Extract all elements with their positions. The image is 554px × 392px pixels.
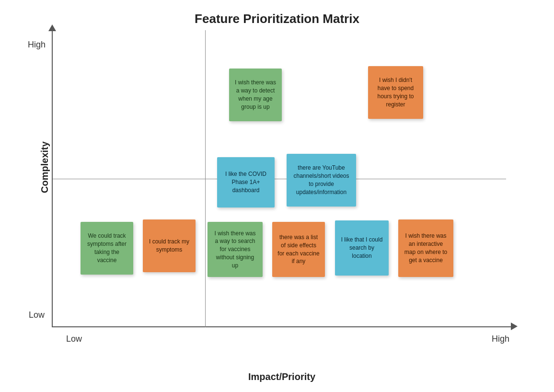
- high-x-label: High: [492, 334, 509, 344]
- sticky-note-note1: I wish there was a way to detect when my…: [229, 69, 282, 121]
- chart-area: Complexity Impact/Priority High Low Low …: [52, 30, 512, 356]
- sticky-note-note2: I wish I didn't have to spend hours tryi…: [368, 66, 423, 119]
- sticky-note-note10: I wish there was an interactive map on w…: [398, 219, 453, 277]
- sticky-note-note3: I like the COVID Phase 1A+ dashboard: [217, 157, 275, 208]
- high-y-label: High: [28, 40, 46, 50]
- sticky-note-note9: I like that I could search by location: [335, 220, 389, 276]
- chart-container: Feature Prioritization Matrix Complexity…: [13, 7, 541, 385]
- sticky-note-note7: I wish there was a way to search for vac…: [208, 222, 263, 277]
- x-axis: [52, 326, 512, 327]
- impact-label: Impact/Priority: [248, 371, 315, 382]
- x-axis-arrow: [511, 323, 518, 330]
- low-y-label: Low: [29, 310, 45, 320]
- v-divider: [205, 30, 206, 327]
- low-x-label: Low: [66, 334, 82, 344]
- sticky-note-note8: there was a list of side effects for eac…: [272, 222, 325, 277]
- chart-title: Feature Prioritization Matrix: [13, 7, 541, 26]
- y-axis-arrow: [48, 24, 56, 31]
- h-divider: [53, 179, 506, 179]
- sticky-note-note4: there are YouTube channels/short videos …: [287, 154, 356, 207]
- sticky-note-note5: We could track symptoms after taking the…: [81, 222, 133, 275]
- complexity-label: Complexity: [39, 141, 50, 193]
- sticky-note-note6: I could track my symptoms: [143, 219, 196, 272]
